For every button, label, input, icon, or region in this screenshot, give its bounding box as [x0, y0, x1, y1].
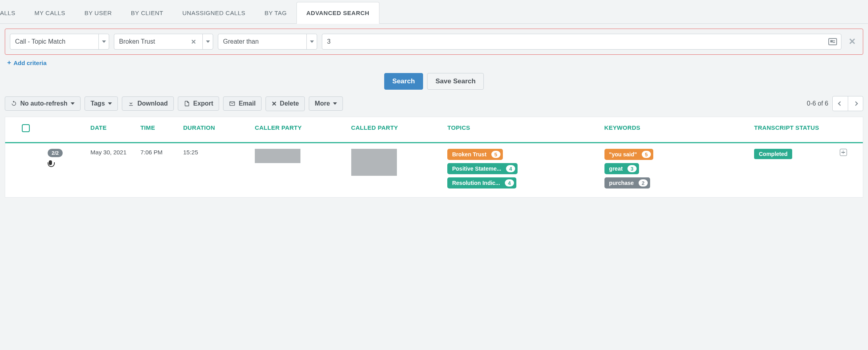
topic-tag[interactable]: Resolution Indic...4 [447, 177, 516, 188]
row-count-badge: 2/2 [48, 149, 63, 157]
col-caller-party[interactable]: CALLER PARTY [251, 117, 347, 143]
expand-row-icon[interactable] [840, 149, 847, 156]
select-all-checkbox[interactable] [22, 124, 30, 132]
export-label: Export [193, 100, 214, 107]
criteria-field-value: Call - Topic Match [15, 38, 65, 45]
criteria-field-select[interactable]: Call - Topic Match [10, 34, 109, 50]
prev-page-button[interactable] [833, 96, 848, 111]
export-button[interactable]: Export [178, 96, 219, 111]
chevron-down-icon[interactable] [306, 34, 317, 49]
chevron-down-icon[interactable] [202, 34, 213, 49]
chevron-left-icon [838, 101, 842, 106]
tab-alls[interactable]: ALLS [0, 2, 25, 23]
refresh-icon [11, 100, 17, 107]
criteria-value-wrap [322, 34, 841, 50]
tab-unassigned-calls[interactable]: UNASSIGNED CALLS [173, 2, 255, 23]
clear-topic-icon[interactable]: ✕ [189, 38, 198, 46]
caller-party-redacted [255, 149, 300, 163]
col-transcript-status[interactable]: TRANSCRIPT STATUS [750, 117, 836, 143]
chevron-down-icon [333, 102, 337, 105]
add-criteria-link[interactable]: + Add criteria [5, 55, 49, 71]
chevron-down-icon[interactable] [98, 34, 109, 49]
criteria-value-input[interactable] [327, 38, 828, 45]
tabs-bar: ALLS MY CALLS BY USER BY CLIENT UNASSIGN… [0, 0, 868, 24]
action-row: Search Save Search [5, 71, 863, 96]
results-toolbar: No auto-refresh Tags Download Export Ema… [5, 96, 863, 111]
col-time[interactable]: TIME [137, 117, 179, 143]
add-criteria-label: Add criteria [13, 60, 46, 66]
download-icon [128, 100, 134, 107]
tab-by-user[interactable]: BY USER [75, 2, 121, 23]
more-button[interactable]: More [309, 96, 343, 111]
tags-button[interactable]: Tags [85, 96, 118, 111]
results-table-wrap: DATE TIME DURATION CALLER PARTY CALLED P… [5, 117, 863, 198]
keyword-tag[interactable]: great3 [604, 163, 639, 174]
results-range: 0-6 of 6 [807, 100, 828, 107]
delete-button[interactable]: ✕ Delete [266, 96, 305, 111]
row-topics: Broken Trust5 Positive Stateme...4 Resol… [443, 143, 600, 198]
close-icon: ✕ [271, 100, 277, 108]
more-label: More [315, 100, 330, 107]
tags-label: Tags [90, 100, 105, 107]
topic-tag[interactable]: Positive Stateme...4 [447, 163, 518, 174]
topic-tag[interactable]: Broken Trust5 [447, 149, 503, 160]
row-duration: 15:25 [179, 143, 251, 198]
search-button[interactable]: Search [384, 73, 423, 90]
email-label: Email [239, 100, 256, 107]
chevron-right-icon [853, 101, 858, 106]
criteria-topic-select[interactable]: Broken Trust ✕ [114, 34, 213, 50]
plus-icon: + [7, 59, 11, 67]
download-button[interactable]: Download [122, 96, 173, 111]
called-party-redacted [351, 149, 397, 176]
keyword-tag[interactable]: purchase2 [604, 177, 650, 188]
transcript-status: Completed [754, 149, 792, 159]
col-topics[interactable]: TOPICS [443, 117, 600, 143]
table-row[interactable]: 2/2 May 30, 2021 7:06 PM 15:25 Broken Tr… [5, 143, 863, 198]
tab-advanced-search[interactable]: ADVANCED SEARCH [296, 2, 379, 24]
criteria-operator-value: Greater than [223, 38, 259, 45]
auto-refresh-label: No auto-refresh [20, 100, 67, 107]
next-page-button[interactable] [848, 96, 863, 111]
microphone-icon [48, 160, 53, 168]
col-duration[interactable]: DURATION [179, 117, 251, 143]
chevron-down-icon [108, 102, 112, 105]
tab-by-tag[interactable]: BY TAG [255, 2, 296, 23]
col-called-party[interactable]: CALLED PARTY [347, 117, 444, 143]
criteria-row: Call - Topic Match Broken Trust ✕ Greate… [5, 29, 863, 55]
criteria-topic-value: Broken Trust [119, 38, 155, 45]
results-table: DATE TIME DURATION CALLER PARTY CALLED P… [5, 117, 863, 197]
chevron-down-icon [71, 102, 75, 105]
pager [832, 96, 863, 111]
email-button[interactable]: Email [223, 96, 262, 111]
email-icon [229, 100, 235, 107]
criteria-operator-select[interactable]: Greater than [218, 34, 317, 50]
delete-label: Delete [280, 100, 299, 107]
row-keywords: "you said"5 great3 purchase2 [600, 143, 750, 198]
row-time: 7:06 PM [137, 143, 179, 198]
col-keywords[interactable]: KEYWORDS [600, 117, 750, 143]
col-date[interactable]: DATE [87, 117, 137, 143]
tab-my-calls[interactable]: MY CALLS [25, 2, 75, 23]
row-date: May 30, 2021 [87, 143, 137, 198]
keyword-tag[interactable]: "you said"5 [604, 149, 653, 160]
card-picker-icon[interactable] [828, 38, 837, 45]
auto-refresh-button[interactable]: No auto-refresh [5, 96, 81, 111]
tab-by-client[interactable]: BY CLIENT [121, 2, 173, 23]
download-label: Download [137, 100, 167, 107]
save-search-button[interactable]: Save Search [427, 73, 484, 90]
export-icon [184, 100, 190, 107]
remove-criteria-icon[interactable]: ✕ [846, 37, 858, 47]
